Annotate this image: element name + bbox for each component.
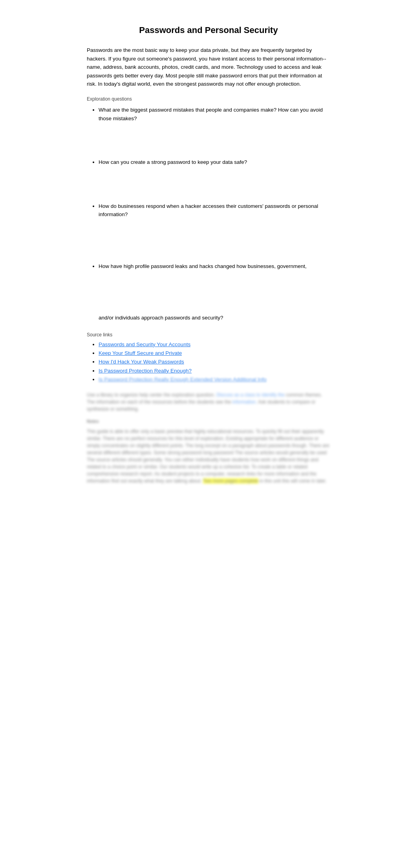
source-link-item-4: Is Password Protection Really Enough?: [99, 367, 330, 375]
source-link-4[interactable]: Is Password Protection Really Enough?: [99, 368, 192, 374]
source-link-2[interactable]: Keep Your Stuff Secure and Private: [99, 350, 182, 356]
spacer-2: [87, 171, 330, 202]
source-link-5-blurred: Is Password Protection Really Enough Ext…: [99, 376, 267, 384]
exploration-question-2: How can you create a strong password to …: [99, 158, 330, 167]
blurred-heading: Notes: [87, 418, 330, 425]
source-link-item-3: How I'd Hack Your Weak Passwords: [99, 358, 330, 366]
spacer-3: [87, 223, 330, 262]
source-link-item-2: Keep Your Stuff Secure and Private: [99, 349, 330, 357]
source-links-section: Source links Passwords and Security Your…: [87, 331, 330, 384]
exploration-list-2: How can you create a strong password to …: [87, 158, 330, 167]
exploration-question-4-part1: How have high profile password leaks and…: [99, 262, 330, 271]
exploration-list-3: How do businesses respond when a hacker …: [87, 202, 330, 219]
exploration-label: Exploration questions: [87, 95, 330, 103]
exploration-list: What are the biggest password mistakes t…: [87, 106, 330, 123]
exploration-list-4: How have high profile password leaks and…: [87, 262, 330, 271]
blurred-paragraph-2: This guide is able to offer only a basic…: [87, 428, 330, 484]
intro-paragraph: Passwords are the most basic way to keep…: [87, 46, 330, 88]
spacer-1: [87, 127, 330, 158]
exploration-question-4-part2: and/or individuals approach passwords an…: [99, 314, 330, 322]
blurred-content-section: Use a library to organize help center th…: [87, 391, 330, 484]
page-title: Passwords and Personal Security: [87, 24, 330, 37]
page-container: Passwords and Personal Security Password…: [71, 0, 346, 519]
exploration-question-3: How do businesses respond when a hacker …: [99, 202, 330, 219]
exploration-question-1: What are the biggest password mistakes t…: [99, 106, 330, 123]
source-link-item-5: Is Password Protection Really Enough Ext…: [99, 376, 330, 384]
blurred-paragraph-1: Use a library to organize help center th…: [87, 391, 330, 413]
spacer-4: [87, 275, 330, 314]
source-label: Source links: [87, 331, 330, 338]
source-link-1[interactable]: Passwords and Security Your Accounts: [99, 341, 190, 347]
source-link-item-1: Passwords and Security Your Accounts: [99, 341, 330, 349]
source-link-3[interactable]: How I'd Hack Your Weak Passwords: [99, 359, 184, 365]
source-list: Passwords and Security Your Accounts Kee…: [87, 341, 330, 384]
